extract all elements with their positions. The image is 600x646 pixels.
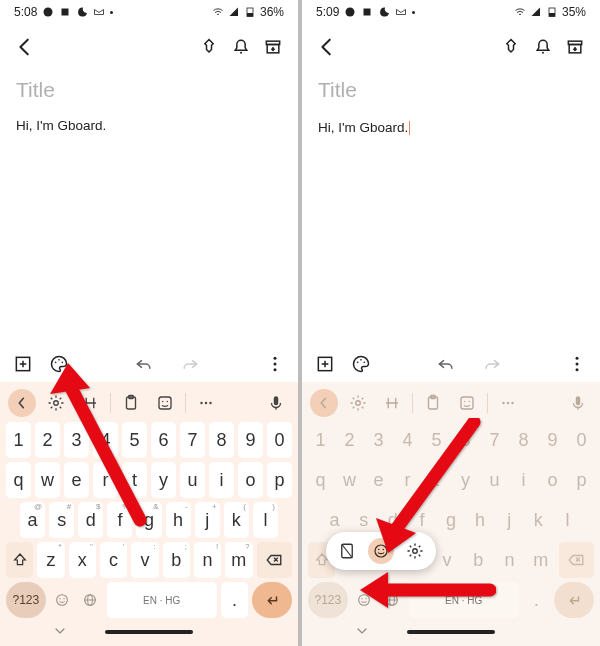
key-g[interactable]: g xyxy=(438,502,463,538)
kbd-text-cursor-button[interactable] xyxy=(76,389,104,417)
more-button[interactable] xyxy=(566,353,588,375)
kbd-more-button[interactable] xyxy=(192,389,220,417)
emoji-key[interactable] xyxy=(50,582,74,618)
key-j[interactable]: j xyxy=(497,502,522,538)
key-i[interactable]: i xyxy=(209,462,234,498)
kbd-clipboard-button[interactable] xyxy=(419,389,447,417)
key-z[interactable]: *z xyxy=(37,542,64,578)
title-input[interactable]: Title xyxy=(16,78,282,102)
key-7[interactable]: 7 xyxy=(180,422,205,458)
kbd-text-cursor-button[interactable] xyxy=(378,389,406,417)
kbd-more-button[interactable] xyxy=(494,389,522,417)
undo-button[interactable] xyxy=(133,353,155,375)
key-d[interactable]: $d xyxy=(78,502,103,538)
key-t[interactable]: t xyxy=(424,462,449,498)
symbols-key[interactable]: ?123 xyxy=(6,582,46,618)
key-s[interactable]: #s xyxy=(49,502,74,538)
key-h[interactable]: h xyxy=(468,502,493,538)
key-n[interactable]: n xyxy=(496,542,523,578)
kbd-collapse-button[interactable] xyxy=(310,389,338,417)
redo-button[interactable] xyxy=(179,353,201,375)
key-u[interactable]: u xyxy=(482,462,507,498)
back-button[interactable] xyxy=(316,36,338,58)
key-5[interactable]: 5 xyxy=(122,422,147,458)
reminder-button[interactable] xyxy=(230,36,252,58)
kbd-sticker-button[interactable] xyxy=(151,389,179,417)
palette-button[interactable] xyxy=(350,353,372,375)
add-button[interactable] xyxy=(12,353,34,375)
key-a[interactable]: @a xyxy=(20,502,45,538)
globe-key[interactable] xyxy=(380,582,404,618)
key-9[interactable]: 9 xyxy=(540,422,565,458)
key-h[interactable]: -h xyxy=(166,502,191,538)
reminder-button[interactable] xyxy=(532,36,554,58)
key-k[interactable]: k xyxy=(526,502,551,538)
key-8[interactable]: 8 xyxy=(209,422,234,458)
nav-chevron-down-icon[interactable] xyxy=(52,623,68,642)
key-c[interactable]: 'c xyxy=(100,542,127,578)
key-o[interactable]: o xyxy=(540,462,565,498)
backspace-key[interactable] xyxy=(257,542,293,578)
kbd-clipboard-button[interactable] xyxy=(117,389,145,417)
key-0[interactable]: 0 xyxy=(569,422,594,458)
key-g[interactable]: &g xyxy=(136,502,161,538)
key-p[interactable]: p xyxy=(267,462,292,498)
key-q[interactable]: q xyxy=(6,462,31,498)
title-input[interactable]: Title xyxy=(318,78,584,102)
nav-pill[interactable] xyxy=(105,630,193,634)
space-key[interactable]: EN · HG xyxy=(409,582,519,618)
note-content[interactable]: Title Hi, I'm Gboard. xyxy=(0,70,298,346)
key-l[interactable]: l xyxy=(555,502,580,538)
kbd-settings-button[interactable] xyxy=(42,389,70,417)
key-v[interactable]: v xyxy=(433,542,460,578)
note-content[interactable]: Title Hi, I'm Gboard. xyxy=(302,70,600,346)
key-8[interactable]: 8 xyxy=(511,422,536,458)
key-k[interactable]: (k xyxy=(224,502,249,538)
key-m[interactable]: ?m xyxy=(225,542,252,578)
key-r[interactable]: r xyxy=(93,462,118,498)
key-j[interactable]: +j xyxy=(195,502,220,538)
key-e[interactable]: e xyxy=(366,462,391,498)
key-t[interactable]: t xyxy=(122,462,147,498)
kbd-collapse-button[interactable] xyxy=(8,389,36,417)
kbd-sticker-button[interactable] xyxy=(453,389,481,417)
key-2[interactable]: 2 xyxy=(35,422,60,458)
nav-pill[interactable] xyxy=(407,630,495,634)
add-button[interactable] xyxy=(314,353,336,375)
key-1[interactable]: 1 xyxy=(308,422,333,458)
key-r[interactable]: r xyxy=(395,462,420,498)
key-b[interactable]: ;b xyxy=(163,542,190,578)
key-5[interactable]: 5 xyxy=(424,422,449,458)
key-l[interactable]: )l xyxy=(253,502,278,538)
key-p[interactable]: p xyxy=(569,462,594,498)
key-7[interactable]: 7 xyxy=(482,422,507,458)
key-v[interactable]: :v xyxy=(131,542,158,578)
archive-button[interactable] xyxy=(262,36,284,58)
undo-button[interactable] xyxy=(435,353,457,375)
key-b[interactable]: b xyxy=(465,542,492,578)
archive-button[interactable] xyxy=(564,36,586,58)
globe-key[interactable] xyxy=(78,582,102,618)
nav-chevron-down-icon[interactable] xyxy=(354,623,370,642)
key-y[interactable]: y xyxy=(453,462,478,498)
key-3[interactable]: 3 xyxy=(64,422,89,458)
key-m[interactable]: m xyxy=(527,542,554,578)
key-4[interactable]: 4 xyxy=(93,422,118,458)
key-e[interactable]: e xyxy=(64,462,89,498)
key-9[interactable]: 9 xyxy=(238,422,263,458)
body-text[interactable]: Hi, I'm Gboard. xyxy=(16,118,282,133)
emoji-key[interactable] xyxy=(352,582,376,618)
pin-button[interactable] xyxy=(500,36,522,58)
kbd-mic-button[interactable] xyxy=(262,389,290,417)
body-text[interactable]: Hi, I'm Gboard. xyxy=(318,118,584,135)
key-n[interactable]: !n xyxy=(194,542,221,578)
enter-key[interactable] xyxy=(252,582,292,618)
popup-onehand-button[interactable] xyxy=(334,538,360,564)
more-button[interactable] xyxy=(264,353,286,375)
key-1[interactable]: 1 xyxy=(6,422,31,458)
key-2[interactable]: 2 xyxy=(337,422,362,458)
popup-emoji-button[interactable] xyxy=(368,538,394,564)
enter-key[interactable] xyxy=(554,582,594,618)
key-3[interactable]: 3 xyxy=(366,422,391,458)
pin-button[interactable] xyxy=(198,36,220,58)
